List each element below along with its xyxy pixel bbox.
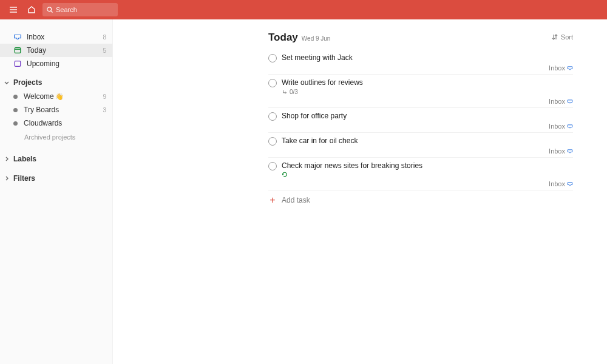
sidebar-item-count: 8 xyxy=(103,34,106,41)
task-title: Take car in for oil check xyxy=(282,136,573,145)
svg-point-3 xyxy=(47,7,52,12)
task-row[interactable]: Check major news sites for breaking stor… xyxy=(268,158,573,190)
task-title: Shop for office party xyxy=(282,112,573,120)
page-title: Today xyxy=(268,32,298,44)
project-label: Try Boards xyxy=(24,106,59,114)
labels-section-toggle[interactable]: Labels xyxy=(0,152,112,166)
projects-section-toggle[interactable]: Projects xyxy=(0,75,112,90)
task-project-link[interactable]: Inbox xyxy=(549,64,573,72)
inbox-icon xyxy=(13,33,22,41)
sidebar-item-label: Today xyxy=(27,46,46,55)
task-row[interactable]: Take car in for oil check Inbox xyxy=(268,133,573,158)
sort-label: Sort xyxy=(561,33,573,41)
menu-icon xyxy=(8,5,18,15)
filters-section-toggle[interactable]: Filters xyxy=(0,171,112,186)
upcoming-icon xyxy=(13,59,22,68)
wave-emoji-icon: 👋 xyxy=(55,93,64,101)
task-row[interactable]: Shop for office party Inbox xyxy=(268,108,573,133)
task-project-name: Inbox xyxy=(549,180,565,187)
sidebar-item-upcoming[interactable]: Upcoming xyxy=(0,57,112,70)
archived-projects-link[interactable]: Archived projects xyxy=(0,130,112,141)
sidebar-item-today[interactable]: Today 5 xyxy=(0,44,112,57)
task-project-link[interactable]: Inbox xyxy=(549,147,573,155)
home-icon xyxy=(27,5,36,15)
project-color-dot xyxy=(13,95,18,99)
task-project-link[interactable]: Inbox xyxy=(549,180,573,187)
task-row[interactable]: Write outlines for reviews 0/3 Inbox xyxy=(268,75,573,108)
project-label: Welcome xyxy=(24,92,54,101)
home-button[interactable] xyxy=(24,2,39,17)
chevron-down-icon xyxy=(4,79,10,86)
task-row[interactable]: Set meeting with Jack Inbox xyxy=(268,50,573,75)
project-count: 9 xyxy=(103,93,106,100)
sidebar-item-count: 5 xyxy=(103,47,106,54)
task-title: Check major news sites for breaking stor… xyxy=(282,161,573,170)
sidebar-item-inbox[interactable]: Inbox 8 xyxy=(0,30,112,44)
task-project-name: Inbox xyxy=(549,123,565,130)
task-list: Set meeting with Jack Inbox Write outlin… xyxy=(268,50,573,210)
svg-rect-5 xyxy=(15,48,21,53)
sort-button[interactable]: Sort xyxy=(551,33,573,41)
plus-icon: + xyxy=(268,195,277,205)
task-checkbox[interactable] xyxy=(268,162,277,170)
project-item-tryboards[interactable]: Try Boards 3 xyxy=(0,103,112,116)
task-subcount: 0/3 xyxy=(290,89,298,95)
svg-rect-7 xyxy=(15,61,21,67)
project-item-welcome[interactable]: Welcome 👋 9 xyxy=(0,90,112,103)
chevron-right-icon xyxy=(4,156,10,162)
inbox-mini-icon xyxy=(567,181,573,186)
project-label: Cloudwards xyxy=(24,119,62,127)
sidebar: Inbox 8 Today 5 Upcoming Projects Welcom… xyxy=(0,19,113,364)
svg-line-4 xyxy=(51,11,52,12)
project-item-cloudwards[interactable]: Cloudwards xyxy=(0,116,112,130)
projects-label: Projects xyxy=(13,78,42,87)
project-color-dot xyxy=(13,108,18,112)
sidebar-item-label: Upcoming xyxy=(27,59,59,68)
main-header: Today Wed 9 Jun Sort xyxy=(268,32,573,44)
task-project-name: Inbox xyxy=(549,147,565,155)
chevron-right-icon xyxy=(4,175,10,181)
subtask-icon xyxy=(282,89,288,95)
task-project-link[interactable]: Inbox xyxy=(549,98,573,105)
search-input[interactable] xyxy=(56,6,114,13)
task-title: Set meeting with Jack xyxy=(282,53,573,62)
recurring-icon xyxy=(282,172,288,178)
sort-icon xyxy=(551,33,558,41)
search-icon xyxy=(46,6,53,13)
task-checkbox[interactable] xyxy=(268,54,277,62)
search-bar[interactable] xyxy=(42,3,118,16)
task-checkbox[interactable] xyxy=(268,79,277,87)
inbox-mini-icon xyxy=(567,124,573,129)
task-checkbox[interactable] xyxy=(268,112,277,121)
project-count: 3 xyxy=(103,107,106,113)
labels-label: Labels xyxy=(13,155,36,163)
task-project-link[interactable]: Inbox xyxy=(549,123,573,130)
sidebar-item-label: Inbox xyxy=(27,33,44,41)
page-date: Wed 9 Jun xyxy=(302,35,331,42)
filters-label: Filters xyxy=(13,174,35,183)
task-project-name: Inbox xyxy=(549,64,565,72)
topbar xyxy=(0,0,607,19)
inbox-mini-icon xyxy=(567,149,573,153)
project-color-dot xyxy=(13,121,18,126)
inbox-mini-icon xyxy=(567,99,573,104)
menu-button[interactable] xyxy=(6,2,21,17)
main-content: Today Wed 9 Jun Sort Set meeting with Ja… xyxy=(113,19,607,364)
add-task-button[interactable]: +Add task xyxy=(268,190,573,210)
today-icon xyxy=(13,46,22,55)
inbox-mini-icon xyxy=(567,66,573,70)
add-task-label: Add task xyxy=(282,196,310,204)
task-checkbox[interactable] xyxy=(268,137,277,146)
task-project-name: Inbox xyxy=(549,98,565,105)
task-title: Write outlines for reviews xyxy=(282,78,573,87)
